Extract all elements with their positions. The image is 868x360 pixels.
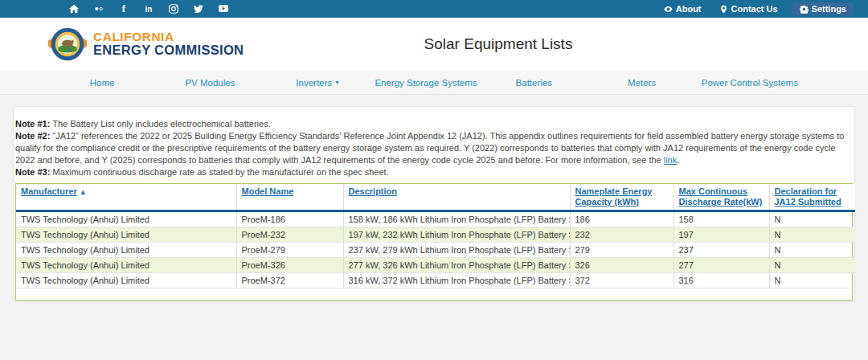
nav-item-label: Power Control Systems [702,78,798,88]
nav-item-power-control-systems[interactable]: Power Control Systems [696,78,804,88]
cell-model-name: ProeM-232 [236,227,343,243]
note-text: “JA12” references the 2022 or 2025 Build… [15,131,844,165]
battery-table: Manufacturer▲Model NameDescriptionNamepl… [16,184,855,288]
table-header-row: Manufacturer▲Model NameDescriptionNamepl… [16,184,855,211]
cell-max-continuous-discharge-rate-kw: 237 [674,243,769,258]
nav-item-label: Home [90,78,115,88]
note-2: Note #2: “JA12” references the 2022 or 2… [15,130,853,166]
note-label: Note #3: [15,167,50,177]
cell-nameplate-energy-capacity-kwh: 232 [570,227,674,243]
social-links: fin [68,3,229,14]
topbar-link-label: Settings [812,4,846,14]
sort-asc-icon: ▲ [80,188,87,196]
cell-manufacturer: TWS Technology (Anhui) Limited [16,243,236,258]
site-header: CALIFORNIA ENERGY COMMISSION Solar Equip… [0,18,868,71]
topbar-links: AboutContact UsSettings [661,2,854,15]
cell-max-continuous-discharge-rate-kw: 197 [674,227,769,243]
page-title: Solar Equipment Lists [129,35,868,53]
cell-model-name: ProeM-326 [236,258,343,273]
main-nav: HomePV ModulesInverters▼Energy Storage S… [0,71,868,95]
eye-icon [664,5,673,14]
topbar-link-settings[interactable]: Settings [792,2,854,15]
notes-section: Note #1: The Battery List only includes … [15,118,853,178]
twitter-icon[interactable] [193,3,204,14]
page: { "colors":{ "topbar":"#1b6d99","setting… [0,0,868,360]
linkedin-icon[interactable]: in [143,3,154,14]
table-row: TWS Technology (Anhui) LimitedProeM-2792… [16,243,855,258]
note-text-after-link: . [677,155,679,165]
facebook-icon[interactable]: f [118,3,129,14]
nav-item-label: Meters [628,78,656,88]
cell-description: 197 kW, 232 kWh Lithium Iron Phosphate (… [343,227,570,243]
instagram-icon[interactable] [168,3,179,14]
table-row: TWS Technology (Anhui) LimitedProeM-2321… [16,227,855,243]
nav-item-home[interactable]: Home [48,78,156,88]
column-header-model-name: Model Name [236,184,343,211]
nav-item-label: Batteries [516,78,552,88]
content-panel: Note #1: The Battery List only includes … [13,106,855,301]
nav-item-label: Energy Storage Systems [375,78,477,88]
column-header-max-continuous-discharge-rate-kw: Max Continuous Discharge Rate(kW) [674,184,769,211]
nav-item-pv-modules[interactable]: PV Modules [156,78,264,88]
cell-manufacturer: TWS Technology (Anhui) Limited [16,211,236,227]
sort-link-manufacturer[interactable]: Manufacturer [21,186,77,196]
cell-manufacturer: TWS Technology (Anhui) Limited [16,227,236,243]
cell-declaration-for-ja12-submitted: N [769,243,855,258]
column-header-manufacturer: Manufacturer▲ [16,184,236,211]
cec-seal-icon [48,25,87,63]
cell-description: 316 kW, 372 kWh Lithium Iron Phosphate (… [343,273,570,288]
cell-nameplate-energy-capacity-kwh: 186 [570,211,674,227]
youtube-icon[interactable] [218,3,229,14]
column-header-declaration-for-ja12-submitted: Declaration for JA12 Submitted [769,184,855,211]
cell-max-continuous-discharge-rate-kw: 316 [674,273,769,288]
cell-description: 277 kW, 326 kWh Lithium Iron Phosphate (… [343,258,570,273]
note-label: Note #2: [15,131,50,141]
note-text: Maximum continuous discharge rate as sta… [52,167,388,177]
column-header-description: Description [343,184,570,211]
note-3: Note #3: Maximum continuous discharge ra… [15,166,853,178]
topbar-link-about[interactable]: About [661,2,705,15]
note-link[interactable]: link [664,155,678,165]
cell-max-continuous-discharge-rate-kw: 277 [674,258,769,273]
sort-link-max-continuous-discharge-rate-kw[interactable]: Max Continuous Discharge Rate(kW) [679,186,763,207]
content-background: Note #1: The Battery List only includes … [0,95,868,360]
note-text: The Battery List only includes electroch… [52,119,270,129]
cell-model-name: ProeM-372 [236,273,343,288]
battery-table-frame: Manufacturer▲Model NameDescriptionNamepl… [15,183,853,301]
note-1: Note #1: The Battery List only includes … [15,118,853,130]
table-row: TWS Technology (Anhui) LimitedProeM-3262… [16,258,855,273]
topbar-link-label: About [676,4,702,14]
nav-item-label: Inverters [296,78,332,88]
note-label: Note #1: [15,119,50,129]
cell-manufacturer: TWS Technology (Anhui) Limited [16,258,236,273]
cell-nameplate-energy-capacity-kwh: 279 [570,243,674,258]
column-header-nameplate-energy-capacity-kwh: Nameplate Energy Capacity (kWh) [570,184,674,211]
flickr-icon[interactable] [93,3,104,14]
home-icon[interactable] [68,3,80,14]
cell-nameplate-energy-capacity-kwh: 372 [570,273,674,288]
table-row: TWS Technology (Anhui) LimitedProeM-3723… [16,273,855,288]
cell-declaration-for-ja12-submitted: N [769,273,855,288]
sort-link-model-name[interactable]: Model Name [242,186,294,196]
nav-item-label: PV Modules [185,78,235,88]
topbar: fin AboutContact UsSettings [0,0,868,18]
cell-declaration-for-ja12-submitted: N [769,211,855,227]
nav-item-inverters[interactable]: Inverters▼ [264,78,372,88]
cell-manufacturer: TWS Technology (Anhui) Limited [16,273,236,288]
sort-link-description[interactable]: Description [349,186,398,196]
topbar-link-contact-us[interactable]: Contact Us [716,2,781,15]
map-pin-icon [719,5,728,14]
sort-link-declaration-for-ja12-submitted[interactable]: Declaration for JA12 Submitted [775,186,841,207]
cell-nameplate-energy-capacity-kwh: 326 [570,258,674,273]
nav-item-meters[interactable]: Meters [588,78,695,88]
table-row: TWS Technology (Anhui) LimitedProeM-1861… [16,211,855,227]
nav-item-energy-storage-systems[interactable]: Energy Storage Systems [372,78,480,88]
cell-description: 158 kW, 186 kWh Lithium Iron Phosphate (… [343,211,570,227]
gear-icon [800,5,809,14]
cell-declaration-for-ja12-submitted: N [769,227,855,243]
topbar-link-label: Contact Us [731,4,778,14]
cell-model-name: ProeM-279 [236,243,343,258]
sort-link-nameplate-energy-capacity-kwh[interactable]: Nameplate Energy Capacity (kWh) [575,186,653,207]
cell-declaration-for-ja12-submitted: N [769,258,855,273]
nav-item-batteries[interactable]: Batteries [480,78,588,88]
